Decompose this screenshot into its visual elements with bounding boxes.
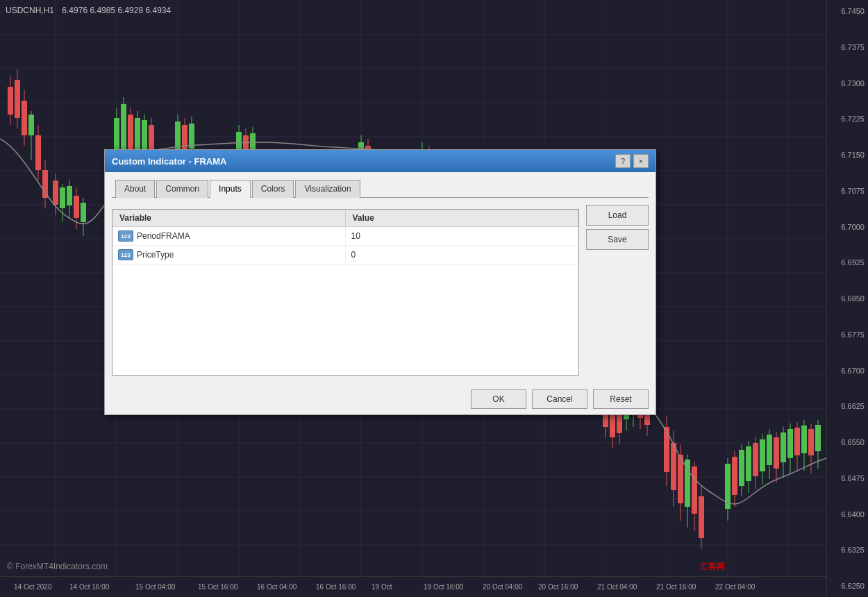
var-icon-1: 123 [118, 230, 133, 242]
table-section: Variable Value 123 PeriodFRAMA 10 [112, 203, 579, 376]
tabs-container: About Common Inputs Colors Visualization [112, 179, 649, 198]
tab-inputs[interactable]: Inputs [210, 180, 251, 198]
var-icon-2: 123 [118, 249, 133, 260]
svg-rect-117 [746, 446, 751, 481]
svg-rect-121 [760, 439, 765, 471]
load-button[interactable]: Load [586, 205, 649, 226]
watermark: © ForexMT4Indicators.com 汇客网 [7, 561, 725, 573]
price-label-17: 6.6250 [831, 582, 865, 590]
titlebar-buttons: ? × [615, 154, 649, 168]
svg-rect-37 [28, 115, 34, 135]
price-label-15: 6.6400 [831, 510, 865, 519]
svg-rect-133 [801, 426, 807, 453]
time-label-3: 15 Oct 04:00 [135, 583, 175, 591]
time-label-8: 19 Oct 16:00 [424, 583, 463, 591]
tab-about[interactable]: About [115, 180, 155, 198]
time-label-6: 16 Oct 16:00 [316, 583, 356, 591]
side-buttons: Load Save [586, 203, 649, 376]
time-label-1: 14 Oct 2020 [14, 583, 51, 591]
svg-rect-65 [175, 121, 181, 149]
time-label-10: 20 Oct 16:00 [538, 583, 578, 591]
cancel-button[interactable]: Cancel [532, 389, 587, 409]
svg-rect-131 [794, 428, 800, 455]
price-label-4: 6.7225 [831, 115, 865, 123]
ok-button[interactable]: OK [471, 389, 526, 409]
price-label-12: 6.6625 [831, 402, 865, 410]
dialog-body: Variable Value 123 PeriodFRAMA 10 [112, 203, 649, 376]
svg-rect-31 [8, 87, 13, 115]
svg-rect-137 [815, 425, 821, 451]
cell-value-1[interactable]: 10 [346, 227, 579, 245]
price-label-10: 6.6775 [831, 330, 865, 339]
save-button[interactable]: Save [586, 229, 649, 250]
inputs-table: Variable Value 123 PeriodFRAMA 10 [112, 209, 579, 376]
svg-rect-127 [781, 432, 786, 462]
price-label-11: 6.6700 [831, 367, 865, 375]
watermark2: 汇客网 [700, 562, 725, 571]
svg-rect-99 [664, 427, 669, 472]
price-label-7: 6.7000 [831, 223, 865, 231]
price-label-3: 6.7300 [831, 79, 865, 87]
time-axis: 14 Oct 2020 14 Oct 16:00 15 Oct 04:00 15… [0, 576, 826, 597]
col-variable-header: Variable [112, 210, 346, 226]
svg-rect-49 [74, 196, 79, 218]
svg-rect-129 [787, 429, 793, 458]
price-label-8: 6.6925 [831, 258, 865, 267]
chart-header: USDCNH,H1 6.4976 6.4985 6.4928 6.4934 [6, 6, 171, 15]
time-label-12: 21 Oct 16:00 [656, 583, 696, 591]
price-label-14: 6.6475 [831, 474, 865, 482]
time-label-2: 14 Oct 16:00 [69, 583, 109, 591]
time-label-11: 21 Oct 04:00 [597, 583, 637, 591]
svg-rect-119 [753, 443, 758, 476]
cell-variable-2: 123 PriceType [112, 246, 346, 264]
svg-rect-43 [53, 180, 58, 205]
close-button[interactable]: × [633, 154, 649, 168]
variable-name-2: PriceType [137, 250, 174, 260]
price-label-13: 6.6550 [831, 438, 865, 446]
variable-name-1: PeriodFRAMA [137, 231, 190, 241]
svg-rect-47 [67, 186, 72, 205]
svg-rect-45 [60, 187, 65, 208]
svg-rect-113 [732, 457, 737, 495]
tab-visualization[interactable]: Visualization [295, 180, 360, 198]
svg-rect-35 [22, 101, 27, 135]
svg-rect-115 [739, 450, 744, 486]
svg-rect-41 [42, 170, 48, 198]
svg-rect-101 [671, 443, 676, 490]
price-label-6: 6.7075 [831, 187, 865, 195]
dialog-content: About Common Inputs Colors Visualization… [105, 172, 656, 382]
time-label-9: 20 Oct 04:00 [483, 583, 522, 591]
cell-value-2[interactable]: 0 [346, 246, 579, 264]
time-label-4: 15 Oct 16:00 [198, 583, 237, 591]
svg-rect-33 [15, 80, 20, 118]
price-label-9: 6.6850 [831, 294, 865, 303]
price-label-16: 6.6325 [831, 546, 865, 554]
dialog-titlebar: Custom Indicator - FRAMA ? × [105, 150, 656, 172]
svg-rect-69 [189, 124, 194, 149]
help-button[interactable]: ? [615, 154, 631, 168]
chart-symbol: USDCNH,H1 [6, 6, 54, 15]
tab-common[interactable]: Common [156, 180, 208, 198]
time-label-7: 19 Oct [372, 583, 392, 591]
chart-ohlc: 6.4976 6.4985 6.4928 6.4934 [62, 6, 171, 15]
svg-rect-51 [81, 203, 86, 222]
price-axis: 6.7450 6.7375 6.7300 6.7225 6.7150 6.707… [826, 0, 868, 597]
table-header: Variable Value [112, 210, 578, 227]
col-value-header: Value [346, 210, 579, 226]
table-row[interactable]: 123 PriceType 0 [112, 246, 578, 264]
svg-rect-39 [35, 135, 41, 170]
table-row[interactable]: 123 PeriodFRAMA 10 [112, 227, 578, 246]
price-label-1: 6.7450 [831, 7, 865, 15]
time-label-5: 16 Oct 04:00 [257, 583, 297, 591]
tab-colors[interactable]: Colors [252, 180, 294, 198]
svg-rect-103 [678, 455, 683, 503]
reset-button[interactable]: Reset [593, 389, 649, 409]
price-label-2: 6.7375 [831, 43, 865, 51]
svg-rect-109 [699, 496, 704, 538]
svg-rect-135 [808, 429, 814, 455]
dialog-footer: OK Cancel Reset [105, 382, 656, 414]
indicator-dialog: Custom Indicator - FRAMA ? × About Commo… [104, 149, 656, 415]
svg-rect-55 [121, 104, 126, 156]
time-label-13: 22 Oct 04:00 [715, 583, 755, 591]
price-label-5: 6.7150 [831, 151, 865, 159]
